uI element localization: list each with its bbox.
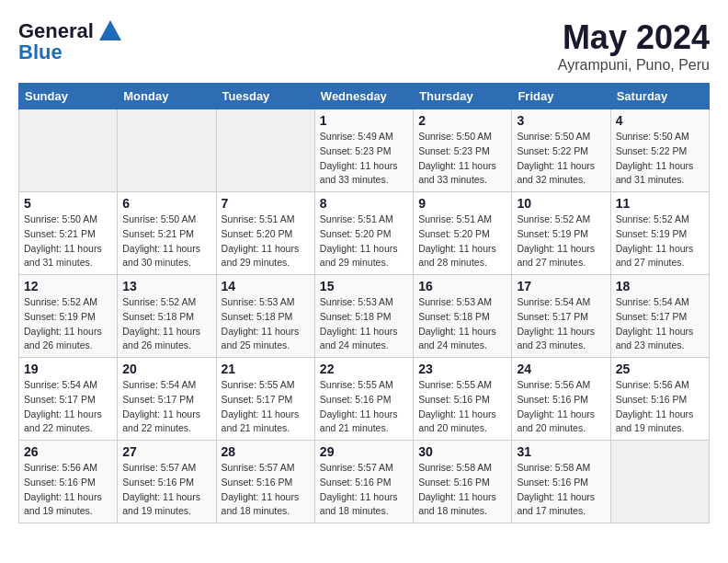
calendar-cell: 25Sunrise: 5:56 AM Sunset: 5:16 PM Dayli… [610,358,709,441]
calendar-week-row: 1Sunrise: 5:49 AM Sunset: 5:23 PM Daylig… [19,109,710,192]
day-number: 11 [616,196,704,211]
day-info: Sunrise: 5:58 AM Sunset: 5:16 PM Dayligh… [517,461,605,519]
day-info: Sunrise: 5:53 AM Sunset: 5:18 PM Dayligh… [222,295,310,353]
day-number: 28 [222,444,310,459]
day-of-week-header: Friday [512,84,610,109]
day-number: 15 [320,279,408,293]
calendar-cell [118,109,216,192]
day-info: Sunrise: 5:56 AM Sunset: 5:16 PM Dayligh… [24,461,112,519]
calendar-cell: 23Sunrise: 5:55 AM Sunset: 5:16 PM Dayli… [414,358,512,441]
day-number: 22 [320,362,408,376]
day-info: Sunrise: 5:52 AM Sunset: 5:19 PM Dayligh… [24,295,112,353]
day-info: Sunrise: 5:50 AM Sunset: 5:21 PM Dayligh… [24,213,112,270]
calendar-cell: 5Sunrise: 5:50 AM Sunset: 5:21 PM Daylig… [19,192,118,275]
calendar-cell: 30Sunrise: 5:58 AM Sunset: 5:16 PM Dayli… [414,441,512,523]
calendar-week-row: 5Sunrise: 5:50 AM Sunset: 5:21 PM Daylig… [19,192,710,275]
day-info: Sunrise: 5:50 AM Sunset: 5:22 PM Dayligh… [616,130,704,188]
day-info: Sunrise: 5:49 AM Sunset: 5:23 PM Dayligh… [320,130,408,188]
calendar-cell: 31Sunrise: 5:58 AM Sunset: 5:16 PM Dayli… [512,441,610,523]
logo: General Blue [18,18,123,64]
calendar-cell: 16Sunrise: 5:53 AM Sunset: 5:18 PM Dayli… [414,275,512,358]
day-info: Sunrise: 5:54 AM Sunset: 5:17 PM Dayligh… [24,378,112,436]
calendar-cell: 21Sunrise: 5:55 AM Sunset: 5:17 PM Dayli… [216,358,314,441]
calendar-cell [19,109,118,192]
calendar-cell: 1Sunrise: 5:49 AM Sunset: 5:23 PM Daylig… [314,109,413,192]
calendar-cell [216,109,314,192]
day-info: Sunrise: 5:53 AM Sunset: 5:18 PM Dayligh… [320,295,408,353]
day-number: 21 [222,362,310,376]
calendar-cell: 18Sunrise: 5:54 AM Sunset: 5:17 PM Dayli… [610,275,709,358]
day-number: 29 [320,444,408,459]
calendar-week-row: 12Sunrise: 5:52 AM Sunset: 5:19 PM Dayli… [19,275,710,358]
calendar-cell: 9Sunrise: 5:51 AM Sunset: 5:20 PM Daylig… [414,192,512,275]
logo-blue-text: Blue [18,40,63,64]
calendar-cell: 2Sunrise: 5:50 AM Sunset: 5:23 PM Daylig… [414,109,512,192]
calendar-cell: 3Sunrise: 5:50 AM Sunset: 5:22 PM Daylig… [512,109,610,192]
svg-marker-0 [99,20,121,40]
day-number: 25 [616,362,704,376]
calendar-cell: 8Sunrise: 5:51 AM Sunset: 5:20 PM Daylig… [314,192,413,275]
day-of-week-header: Monday [118,84,216,109]
title-block: May 2024 Ayrampuni, Puno, Peru [558,18,710,74]
day-number: 9 [418,196,506,211]
calendar-cell: 19Sunrise: 5:54 AM Sunset: 5:17 PM Dayli… [19,358,118,441]
logo-triangle-icon [97,18,123,44]
day-number: 17 [517,279,605,293]
day-of-week-header: Sunday [19,84,118,109]
day-number: 5 [24,196,112,211]
day-number: 1 [320,113,408,128]
day-number: 2 [418,113,506,128]
day-info: Sunrise: 5:54 AM Sunset: 5:17 PM Dayligh… [517,295,605,353]
calendar-week-row: 19Sunrise: 5:54 AM Sunset: 5:17 PM Dayli… [19,358,710,441]
day-number: 31 [517,444,605,459]
calendar-cell: 15Sunrise: 5:53 AM Sunset: 5:18 PM Dayli… [314,275,413,358]
day-number: 16 [418,279,506,293]
day-info: Sunrise: 5:50 AM Sunset: 5:23 PM Dayligh… [418,130,506,188]
page-header: General Blue May 2024 Ayrampuni, Puno, P… [18,18,710,74]
calendar-cell: 29Sunrise: 5:57 AM Sunset: 5:16 PM Dayli… [314,441,413,523]
day-info: Sunrise: 5:53 AM Sunset: 5:18 PM Dayligh… [418,295,506,353]
calendar-cell: 27Sunrise: 5:57 AM Sunset: 5:16 PM Dayli… [118,441,216,523]
day-info: Sunrise: 5:54 AM Sunset: 5:17 PM Dayligh… [616,295,704,353]
day-info: Sunrise: 5:52 AM Sunset: 5:18 PM Dayligh… [122,295,210,353]
calendar-cell: 28Sunrise: 5:57 AM Sunset: 5:16 PM Dayli… [216,441,314,523]
day-number: 4 [616,113,704,128]
calendar-subtitle: Ayrampuni, Puno, Peru [558,57,710,74]
day-number: 3 [517,113,605,128]
day-number: 19 [24,362,112,376]
day-info: Sunrise: 5:52 AM Sunset: 5:19 PM Dayligh… [517,213,605,270]
day-info: Sunrise: 5:52 AM Sunset: 5:19 PM Dayligh… [616,213,704,270]
day-number: 10 [517,196,605,211]
day-info: Sunrise: 5:56 AM Sunset: 5:16 PM Dayligh… [517,378,605,436]
calendar-cell: 11Sunrise: 5:52 AM Sunset: 5:19 PM Dayli… [610,192,709,275]
day-info: Sunrise: 5:55 AM Sunset: 5:16 PM Dayligh… [418,378,506,436]
day-info: Sunrise: 5:56 AM Sunset: 5:16 PM Dayligh… [616,378,704,436]
calendar-cell: 22Sunrise: 5:55 AM Sunset: 5:16 PM Dayli… [314,358,413,441]
day-info: Sunrise: 5:51 AM Sunset: 5:20 PM Dayligh… [418,213,506,270]
day-number: 7 [222,196,310,211]
day-info: Sunrise: 5:57 AM Sunset: 5:16 PM Dayligh… [122,461,210,519]
calendar-table: SundayMondayTuesdayWednesdayThursdayFrid… [18,83,710,523]
day-of-week-header: Wednesday [314,84,413,109]
calendar-cell: 6Sunrise: 5:50 AM Sunset: 5:21 PM Daylig… [118,192,216,275]
day-info: Sunrise: 5:57 AM Sunset: 5:16 PM Dayligh… [320,461,408,519]
day-info: Sunrise: 5:58 AM Sunset: 5:16 PM Dayligh… [418,461,506,519]
calendar-cell: 13Sunrise: 5:52 AM Sunset: 5:18 PM Dayli… [118,275,216,358]
day-info: Sunrise: 5:50 AM Sunset: 5:22 PM Dayligh… [517,130,605,188]
day-number: 23 [418,362,506,376]
day-info: Sunrise: 5:50 AM Sunset: 5:21 PM Dayligh… [122,213,210,270]
day-number: 8 [320,196,408,211]
calendar-cell: 12Sunrise: 5:52 AM Sunset: 5:19 PM Dayli… [19,275,118,358]
day-info: Sunrise: 5:55 AM Sunset: 5:16 PM Dayligh… [320,378,408,436]
calendar-cell [610,441,709,523]
calendar-cell: 26Sunrise: 5:56 AM Sunset: 5:16 PM Dayli… [19,441,118,523]
day-info: Sunrise: 5:57 AM Sunset: 5:16 PM Dayligh… [222,461,310,519]
calendar-header-row: SundayMondayTuesdayWednesdayThursdayFrid… [19,84,710,109]
day-number: 30 [418,444,506,459]
calendar-cell: 20Sunrise: 5:54 AM Sunset: 5:17 PM Dayli… [118,358,216,441]
calendar-cell: 24Sunrise: 5:56 AM Sunset: 5:16 PM Dayli… [512,358,610,441]
day-of-week-header: Tuesday [216,84,314,109]
day-number: 24 [517,362,605,376]
day-number: 12 [24,279,112,293]
day-number: 14 [222,279,310,293]
